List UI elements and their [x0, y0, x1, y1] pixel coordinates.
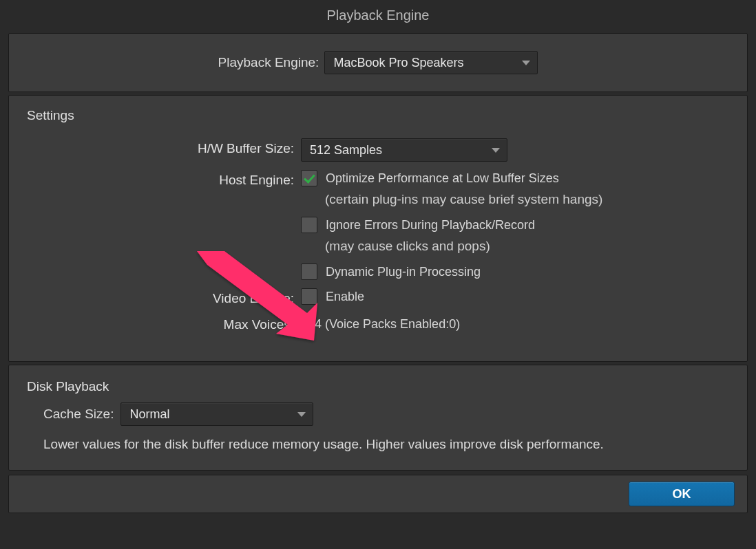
- settings-title: Settings: [27, 108, 729, 123]
- max-voices-value: 384 (Voice Packs Enabled:0): [301, 314, 460, 332]
- settings-panel: Settings H/W Buffer Size: 512 Samples Ho…: [8, 95, 748, 362]
- dialog-footer: OK: [8, 475, 748, 513]
- disk-buffer-hint: Lower values for the disk buffer reduce …: [43, 437, 729, 452]
- cache-size-value: Normal: [129, 407, 169, 422]
- ignore-errors-checkbox[interactable]: [301, 217, 317, 233]
- cache-size-label: Cache Size:: [43, 407, 114, 422]
- optimize-performance-checkbox[interactable]: [301, 170, 317, 186]
- chevron-down-icon: [522, 61, 530, 65]
- window-title: Playback Engine: [0, 0, 756, 30]
- buffer-size-label: H/W Buffer Size:: [27, 138, 301, 156]
- buffer-size-value: 512 Samples: [310, 143, 382, 158]
- ignore-errors-label: Ignore Errors During Playback/Record: [326, 218, 535, 233]
- disk-playback-title: Disk Playback: [27, 379, 729, 394]
- optimize-performance-label: Optimize Performance at Low Buffer Sizes: [326, 171, 559, 186]
- video-engine-enable-label: Enable: [326, 290, 364, 304]
- dynamic-plugin-label: Dynamic Plug-in Processing: [326, 265, 481, 279]
- max-voices-label: Max Voices:: [27, 314, 301, 332]
- playback-engine-label: Playback Engine:: [218, 55, 319, 70]
- chevron-down-icon: [492, 148, 500, 153]
- dynamic-plugin-checkbox[interactable]: [301, 263, 317, 280]
- host-engine-label: Host Engine:: [27, 170, 301, 188]
- video-engine-label: Video Engine:: [27, 288, 301, 306]
- ok-button-label: OK: [673, 487, 691, 502]
- cache-size-dropdown[interactable]: Normal: [120, 402, 313, 426]
- chevron-down-icon: [297, 412, 306, 417]
- playback-engine-dropdown[interactable]: MacBook Pro Speakers: [324, 51, 538, 74]
- disk-playback-panel: Disk Playback Cache Size: Normal Lower v…: [8, 365, 748, 471]
- ignore-errors-hint: (may cause clicks and pops): [325, 239, 602, 254]
- playback-engine-dialog: Playback Engine Playback Engine: MacBook…: [0, 0, 756, 549]
- playback-engine-value: MacBook Pro Speakers: [333, 56, 463, 70]
- optimize-performance-hint: (certain plug-ins may cause brief system…: [325, 192, 602, 207]
- playback-engine-panel: Playback Engine: MacBook Pro Speakers: [8, 33, 748, 92]
- video-engine-enable-checkbox[interactable]: [301, 288, 317, 305]
- ok-button[interactable]: OK: [629, 482, 735, 506]
- buffer-size-dropdown[interactable]: 512 Samples: [301, 138, 507, 162]
